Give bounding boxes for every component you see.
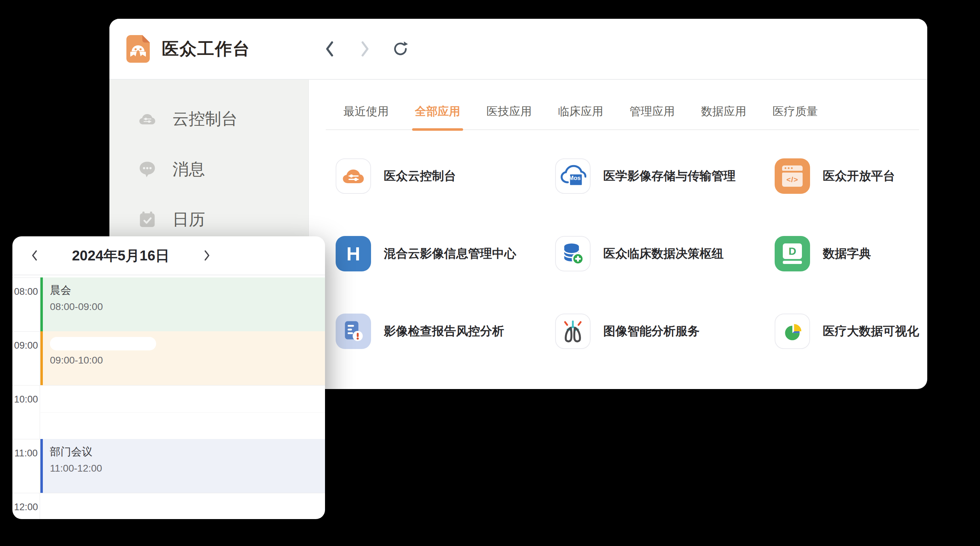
time-label: 08:00 (13, 278, 40, 331)
mos-badge-text: Mos (568, 175, 582, 182)
app-label: 医疗大数据可视化 (823, 323, 919, 339)
app-label: 医学影像存储与传输管理 (603, 168, 736, 184)
main-content: 最近使用 全部应用 医技应用 临床应用 管理应用 数据应用 医疗质量 (309, 80, 927, 388)
sidebar-item-label: 云控制台 (172, 108, 237, 130)
app-hybrid-cloud-imaging[interactable]: H 混合云影像信息管理中心 (336, 236, 555, 271)
app-label: 影像检查报告风控分析 (384, 323, 504, 339)
tab-clinical-apps[interactable]: 临床应用 (557, 100, 605, 129)
sidebar-item-label: 日历 (172, 209, 205, 231)
tab-management-apps[interactable]: 管理应用 (628, 100, 676, 129)
time-label: 12:00 (13, 493, 40, 519)
app-open-platform[interactable]: </> 医众开放平台 (775, 158, 919, 194)
app-cloud-console[interactable]: 医众云控制台 (336, 158, 555, 194)
cloud-sliders-icon (336, 158, 371, 194)
lungs-icon (555, 314, 590, 349)
calendar-hour-row[interactable]: 10:00 (13, 385, 325, 439)
sidebar-item-messages[interactable]: 消息 (110, 144, 309, 195)
code-window-icon: </> (775, 158, 810, 194)
book-d-icon: D (775, 236, 810, 271)
tab-recently-used[interactable]: 最近使用 (342, 100, 390, 129)
tab-medtech-apps[interactable]: 医技应用 (485, 100, 533, 129)
time-label: 09:00 (13, 332, 40, 385)
app-label: 混合云影像信息管理中心 (384, 246, 516, 262)
navigation-controls (321, 40, 409, 57)
app-label: 医众开放平台 (823, 168, 895, 184)
app-category-tabs: 最近使用 全部应用 医技应用 临床应用 管理应用 数据应用 医疗质量 (326, 100, 919, 130)
pie-chart-icon (775, 314, 810, 349)
sidebar-item-label: 消息 (172, 158, 205, 180)
app-big-data-visualization[interactable]: 医疗大数据可视化 (775, 314, 919, 349)
app-title: 医众工作台 (162, 38, 250, 60)
refresh-button[interactable] (392, 40, 409, 57)
calendar-date-title: 2024年5月16日 (43, 246, 199, 265)
forward-button[interactable] (356, 40, 374, 57)
calendar-prev-day-button[interactable] (26, 247, 43, 264)
refresh-icon (392, 41, 409, 57)
tab-all-apps[interactable]: 全部应用 (414, 100, 462, 129)
event-department-meeting[interactable]: 部门会议 11:00-12:00 (40, 439, 325, 493)
event-time: 09:00-10:00 (50, 354, 325, 366)
event-redacted[interactable]: 09:00-10:00 (40, 331, 325, 385)
calendar-next-day-button[interactable] (199, 247, 216, 264)
letter-h-icon: H (336, 236, 371, 271)
event-morning-meeting[interactable]: 晨会 08:00-09:00 (40, 278, 325, 331)
event-title: 部门会议 (50, 445, 325, 459)
calendar-day-view: 08:00 09:00 10:00 11:00 12:00 晨会 08:00-0… (13, 275, 325, 518)
app-image-ai-analysis[interactable]: 图像智能分析服务 (555, 314, 775, 349)
sidebar-item-cloud-console[interactable]: 云控制台 (110, 94, 309, 144)
d-letter: D (783, 243, 802, 259)
event-time: 08:00-09:00 (50, 301, 325, 313)
database-plus-icon (555, 236, 590, 271)
calendar-hour-row[interactable]: 12:00 (13, 493, 325, 519)
cloud-mos-icon: Mos (555, 158, 590, 194)
tab-data-apps[interactable]: 数据应用 (700, 100, 748, 129)
app-label: 数据字典 (823, 246, 871, 262)
app-grid: 医众云控制台 Mos 医学影像存储与传输管理 (326, 130, 919, 349)
calendar-header: 2024年5月16日 (13, 236, 325, 275)
app-logo-icon (125, 34, 151, 64)
cloud-settings-icon (138, 110, 156, 128)
app-imaging-storage[interactable]: Mos 医学影像存储与传输管理 (555, 158, 775, 194)
chat-bubble-icon (138, 161, 156, 178)
calendar-check-icon (138, 211, 156, 228)
app-clinical-data-hub[interactable]: 医众临床数据决策枢纽 (555, 236, 775, 271)
h-letter: H (347, 243, 360, 265)
app-label: 医众云控制台 (384, 168, 456, 184)
app-data-dictionary[interactable]: D 数据字典 (775, 236, 919, 271)
back-button[interactable] (321, 40, 338, 57)
event-title: 晨会 (50, 283, 325, 298)
report-alert-icon (336, 314, 371, 349)
app-label: 医众临床数据决策枢纽 (603, 246, 724, 262)
code-glyph: </> (782, 172, 803, 187)
window-header: 医众工作台 (110, 19, 927, 80)
app-label: 图像智能分析服务 (603, 323, 700, 339)
time-label: 11:00 (13, 439, 40, 493)
redacted-event-title (50, 337, 156, 350)
app-report-risk-analysis[interactable]: 影像检查报告风控分析 (336, 314, 555, 349)
tab-medical-quality[interactable]: 医疗质量 (771, 100, 819, 129)
time-label: 10:00 (13, 385, 40, 439)
calendar-popup: 2024年5月16日 08:00 09:00 10:00 11:00 12:00… (13, 236, 325, 519)
event-time: 11:00-12:00 (50, 463, 325, 474)
